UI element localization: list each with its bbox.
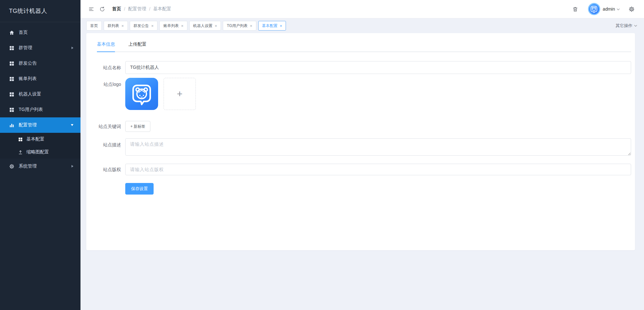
tag-label: 群列表 <box>108 23 119 29</box>
site-copyright-label: 站点版权 <box>97 164 125 175</box>
tag-bills[interactable]: 账单列表 × <box>159 21 187 31</box>
refresh-icon[interactable] <box>97 4 108 14</box>
settings-gear-icon[interactable] <box>626 4 637 14</box>
sidebar-subitem-thumbnail-config[interactable]: 缩略图配置 <box>0 146 80 159</box>
tags-view-bar: 首页 群列表 × 群发公告 × 账单列表 × 机器人设置 × TG用户列表 × <box>80 18 644 33</box>
tag-group-list[interactable]: 群列表 × <box>104 21 128 31</box>
site-description-textarea[interactable] <box>125 138 631 156</box>
sidebar-item-label: TG用户列表 <box>19 107 73 113</box>
tag-tg-users[interactable]: TG用户列表 × <box>223 21 256 31</box>
chevron-down-icon <box>634 24 638 28</box>
breadcrumb-separator: / <box>124 6 125 12</box>
sidebar-item-label: 机器人设置 <box>19 91 73 97</box>
sidebar-item-label: 群管理 <box>19 45 71 51</box>
site-name-input[interactable] <box>125 61 631 74</box>
save-settings-button[interactable]: 保存设置 <box>125 183 154 195</box>
chevron-down-icon <box>616 7 620 11</box>
sidebar-item-group-mgmt[interactable]: 群管理 <box>0 40 80 56</box>
avatar <box>588 3 600 15</box>
sidebar-item-label: 首页 <box>19 30 73 35</box>
other-operations-label: 其它操作 <box>616 23 632 29</box>
new-tag-button[interactable]: + 新标签 <box>125 121 150 132</box>
site-config-form: 站点名称 站点logo <box>97 61 631 195</box>
site-keywords-label: 站点关键词 <box>97 121 125 132</box>
chevron-right-icon <box>71 47 73 49</box>
breadcrumb-home[interactable]: 首页 <box>112 6 121 12</box>
grid-icon <box>9 45 14 51</box>
grid-icon <box>18 137 23 142</box>
tag-home[interactable]: 首页 <box>86 21 102 31</box>
tag-label: 账单列表 <box>163 23 179 29</box>
sidebar-item-label: 群发公告 <box>19 60 73 66</box>
grid-icon <box>9 92 14 97</box>
tag-label: TG用户列表 <box>227 23 248 29</box>
chevron-right-icon <box>71 165 73 168</box>
close-icon[interactable]: × <box>215 24 217 28</box>
close-icon[interactable]: × <box>151 24 154 28</box>
trash-icon[interactable] <box>570 4 581 14</box>
sidebar-item-label: 账单列表 <box>19 76 73 82</box>
main-area: 首页 / 配置管理 / 基本配置 <box>80 0 644 310</box>
tab-upload-config[interactable]: 上传配置 <box>128 41 147 51</box>
tag-label: 群发公告 <box>134 23 149 29</box>
sidebar-item-label: 系统管理 <box>19 163 71 169</box>
sidebar-item-announcements[interactable]: 群发公告 <box>0 56 80 71</box>
site-description-label: 站点描述 <box>97 138 125 157</box>
chevron-down-icon <box>71 124 73 126</box>
sidebar-item-bills[interactable]: 账单列表 <box>0 71 80 87</box>
collapse-sidebar-icon[interactable] <box>86 4 97 14</box>
grid-icon <box>9 76 14 82</box>
breadcrumb-current: 基本配置 <box>153 6 171 12</box>
sidebar-item-robot-settings[interactable]: 机器人设置 <box>0 87 80 102</box>
close-icon[interactable]: × <box>121 24 124 28</box>
config-submenu: 基本配置 缩略图配置 <box>0 133 80 159</box>
other-operations-dropdown[interactable]: 其它操作 <box>616 23 638 29</box>
upload-icon <box>18 150 23 155</box>
close-icon[interactable]: × <box>250 24 252 28</box>
sidebar-item-label: 基本配置 <box>26 136 73 142</box>
username: admin <box>603 6 615 12</box>
breadcrumb: 首页 / 配置管理 / 基本配置 <box>112 6 171 12</box>
bar-chart-icon <box>9 123 14 128</box>
sidebar-item-config-mgmt[interactable]: 配置管理 <box>0 117 80 133</box>
site-logo-image[interactable] <box>125 78 158 110</box>
tag-robot-settings[interactable]: 机器人设置 × <box>189 21 221 31</box>
content-panel: 基本信息 上传配置 站点名称 站点logo <box>86 33 635 250</box>
grid-icon <box>9 61 14 66</box>
sidebar: TG统计机器人 首页 群管理 群发公告 账单列表 <box>0 0 80 310</box>
top-header: 首页 / 配置管理 / 基本配置 <box>80 0 644 18</box>
breadcrumb-config-mgmt[interactable]: 配置管理 <box>128 6 146 12</box>
close-icon[interactable]: × <box>280 24 282 28</box>
sidebar-menu: 首页 群管理 群发公告 账单列表 机器人设置 <box>0 22 80 174</box>
sidebar-subitem-basic-config[interactable]: 基本配置 <box>0 133 80 146</box>
tag-label: 机器人设置 <box>193 23 213 29</box>
site-logo-label: 站点logo <box>97 78 125 110</box>
sidebar-item-label: 配置管理 <box>19 122 71 128</box>
tag-basic-config[interactable]: 基本配置 × <box>258 21 286 31</box>
close-icon[interactable]: × <box>181 24 184 28</box>
sidebar-item-home[interactable]: 首页 <box>0 25 80 40</box>
tab-basic-info[interactable]: 基本信息 <box>97 41 115 51</box>
sidebar-item-tg-users[interactable]: TG用户列表 <box>0 102 80 117</box>
sidebar-item-label: 缩略图配置 <box>26 149 73 155</box>
plus-icon: + <box>177 88 183 99</box>
content-tabs: 基本信息 上传配置 <box>97 41 631 52</box>
spacer <box>97 183 125 195</box>
home-icon <box>9 30 14 35</box>
sidebar-item-system-mgmt[interactable]: 系统管理 <box>0 159 80 174</box>
site-copyright-input[interactable] <box>125 164 631 175</box>
site-name-label: 站点名称 <box>97 61 125 74</box>
grid-icon <box>9 107 14 113</box>
breadcrumb-separator: / <box>149 6 150 12</box>
opened-tags: 首页 群列表 × 群发公告 × 账单列表 × 机器人设置 × TG用户列表 × <box>86 21 286 31</box>
gear-icon <box>9 164 14 169</box>
tag-announcements[interactable]: 群发公告 × <box>130 21 158 31</box>
tag-label: 首页 <box>90 23 98 29</box>
user-menu[interactable]: admin <box>588 3 620 15</box>
app-title: TG统计机器人 <box>0 0 80 22</box>
tag-label: 基本配置 <box>262 23 278 29</box>
logo-upload-button[interactable]: + <box>164 78 196 110</box>
